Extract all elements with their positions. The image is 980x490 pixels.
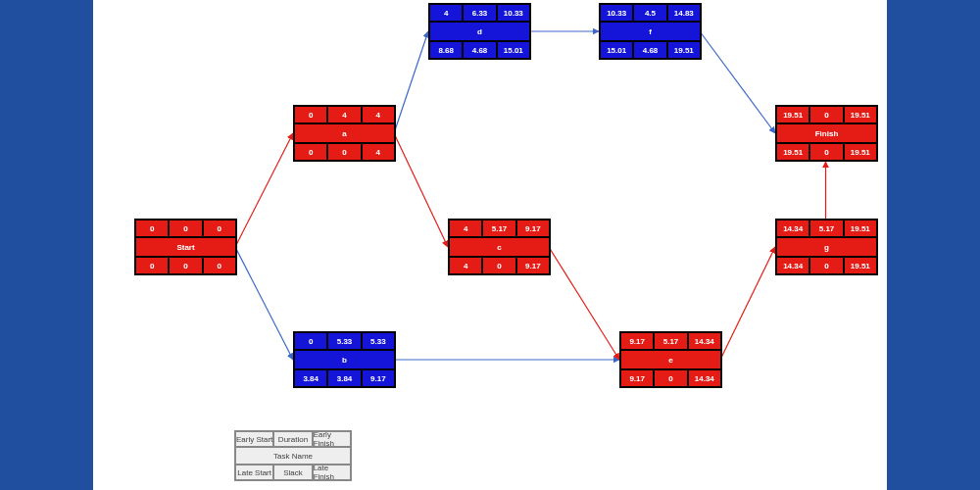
ls: 9.17 (620, 369, 654, 387)
lf: 9.17 (516, 257, 550, 274)
dur: 5.33 (327, 332, 361, 350)
ef: 5.33 (362, 332, 395, 350)
slack: 0 (327, 143, 361, 161)
legend-lf: Late Finish (313, 465, 351, 480)
slack: 0 (169, 257, 202, 274)
lf: 9.17 (362, 369, 395, 387)
es: 0 (135, 220, 169, 237)
edge-start-a (235, 133, 293, 247)
es: 0 (294, 106, 327, 123)
slack: 0 (482, 257, 515, 274)
ls: 4 (449, 257, 482, 274)
task-name: f (600, 22, 701, 41)
dur: 0 (809, 106, 843, 123)
node-finish: 19.51019.51Finish19.51019.51 (775, 105, 878, 162)
ef: 4 (362, 106, 395, 123)
ls: 15.01 (600, 41, 633, 59)
ef: 0 (203, 220, 236, 237)
dur: 5.17 (654, 332, 687, 350)
slack: 4.68 (633, 41, 666, 59)
task-name: g (776, 237, 877, 257)
lf: 0 (203, 257, 236, 274)
dur: 0 (169, 220, 202, 237)
ls: 0 (135, 257, 169, 274)
task-name: b (294, 350, 395, 369)
lf: 19.51 (844, 143, 877, 161)
task-name: c (449, 237, 550, 257)
slack: 0 (809, 143, 843, 161)
node-f: 10.334.514.83f15.014.6819.51 (599, 3, 702, 60)
ef: 14.34 (688, 332, 721, 350)
ls: 14.34 (776, 257, 809, 274)
node-a: 044a004 (293, 105, 396, 162)
legend-slack: Slack (273, 465, 312, 480)
ef: 19.51 (844, 106, 877, 123)
es: 0 (294, 332, 327, 350)
ef: 14.83 (667, 4, 701, 22)
ef: 10.33 (497, 4, 530, 22)
ef: 9.17 (516, 220, 550, 237)
legend-name: Task Name (235, 447, 351, 465)
legend-ls: Late Start (235, 465, 273, 480)
legend: Early Start Duration Early Finish Task N… (234, 430, 352, 481)
es: 19.51 (776, 106, 809, 123)
node-e: 9.175.1714.34e9.17014.34 (619, 331, 722, 388)
task-name: e (620, 350, 721, 369)
node-b: 05.335.33b3.843.849.17 (293, 331, 396, 388)
es: 10.33 (600, 4, 633, 22)
task-name: d (429, 22, 530, 41)
lf: 19.51 (667, 41, 701, 59)
lf: 15.01 (497, 41, 530, 59)
es: 14.34 (776, 220, 809, 237)
dur: 4 (327, 106, 361, 123)
ls: 0 (294, 143, 327, 161)
node-d: 46.3310.33d8.684.6815.01 (428, 3, 531, 60)
dur: 4.5 (633, 4, 666, 22)
left-margin (0, 0, 93, 490)
dur: 5.17 (809, 220, 843, 237)
task-name: Finish (776, 123, 877, 143)
edge-c-e (549, 247, 619, 360)
node-start: 000Start000 (134, 219, 237, 275)
edge-e-g (720, 247, 775, 360)
edge-start-b (235, 247, 293, 360)
slack: 0 (809, 257, 843, 274)
legend-es: Early Start (235, 431, 273, 447)
task-name: Start (135, 237, 236, 257)
slack: 0 (654, 369, 687, 387)
edge-a-d (394, 31, 428, 133)
lf: 14.34 (688, 369, 721, 387)
right-margin (887, 0, 980, 490)
ls: 3.84 (294, 369, 327, 387)
slack: 3.84 (327, 369, 361, 387)
ef: 19.51 (844, 220, 877, 237)
slack: 4.68 (463, 41, 496, 59)
lf: 4 (362, 143, 395, 161)
ls: 19.51 (776, 143, 809, 161)
diagram-canvas: Early Start Duration Early Finish Task N… (0, 0, 980, 490)
ls: 8.68 (429, 41, 463, 59)
dur: 6.33 (463, 4, 496, 22)
node-c: 45.179.17c409.17 (448, 219, 551, 275)
es: 4 (429, 4, 463, 22)
legend-dur: Duration (273, 431, 312, 447)
lf: 19.51 (844, 257, 877, 274)
es: 9.17 (620, 332, 654, 350)
legend-ef: Early Finish (313, 431, 351, 447)
task-name: a (294, 123, 395, 143)
dur: 5.17 (482, 220, 515, 237)
edge-f-finish (700, 31, 775, 133)
edge-a-c (394, 133, 448, 247)
node-g: 14.345.1719.51g14.34019.51 (775, 219, 878, 275)
es: 4 (449, 220, 482, 237)
